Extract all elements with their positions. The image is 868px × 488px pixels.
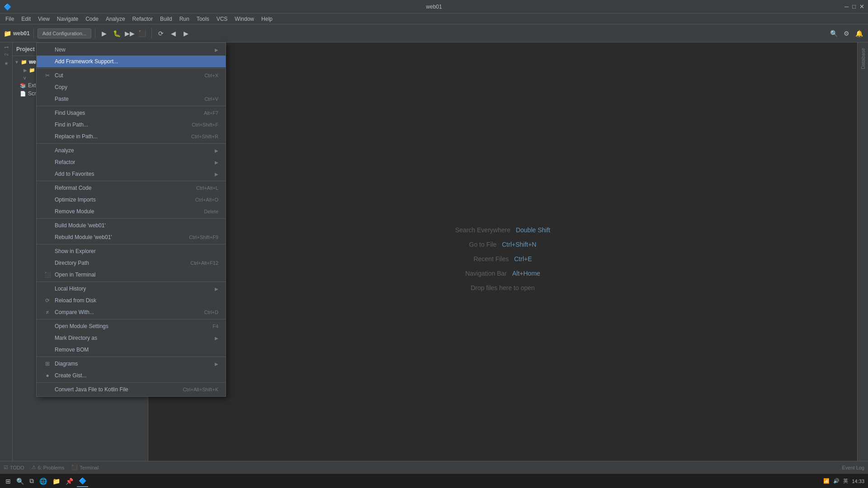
- cm-diagrams[interactable]: ⊞ Diagrams ▶: [37, 358, 226, 370]
- terminal-btn[interactable]: ⬛ Terminal: [71, 465, 99, 470]
- start-btn[interactable]: ⊞: [4, 476, 13, 487]
- menu-refactor[interactable]: Refactor: [129, 15, 156, 23]
- search-everywhere-icon[interactable]: 🔍: [828, 28, 839, 39]
- back-btn[interactable]: ◀: [168, 28, 179, 39]
- editor-hint-recent: Recent Files Ctrl+E: [473, 255, 532, 263]
- task-view-btn[interactable]: ⧉: [28, 475, 36, 487]
- cm-add-to-favorites[interactable]: Add to Favorites ▶: [37, 168, 226, 180]
- cm-analyze[interactable]: Analyze ▶: [37, 145, 226, 156]
- edge-btn[interactable]: 🌐: [38, 476, 49, 487]
- cm-reformat-shortcut: Ctrl+Alt+L: [196, 185, 218, 191]
- problems-btn[interactable]: ⚠ 6: Problems: [32, 465, 65, 470]
- cm-reformat-label: Reformat Code: [55, 185, 91, 191]
- cm-add-framework[interactable]: Add Framework Support...: [37, 56, 226, 67]
- maximize-btn[interactable]: □: [852, 3, 856, 10]
- update-btn[interactable]: ⟳: [156, 28, 166, 39]
- tree-item-arrow: ▶: [24, 68, 27, 73]
- favorites-panel-toggle[interactable]: ★: [1, 58, 11, 68]
- cm-remove-module-shortcut: Delete: [204, 209, 218, 214]
- cm-replace-in-path-icon: [44, 133, 51, 140]
- todo-btn[interactable]: ☑ TODO: [4, 465, 24, 470]
- close-btn[interactable]: ✕: [859, 3, 864, 10]
- cm-find-in-path-icon: [44, 121, 51, 128]
- cm-reload-label: Reload from Disk: [55, 297, 96, 304]
- cm-replace-in-path[interactable]: Replace in Path... Ctrl+Shift+R: [37, 131, 226, 142]
- cm-new-arrow: ▶: [215, 47, 218, 52]
- database-panel-toggle[interactable]: Database: [859, 44, 868, 73]
- cm-reformat-icon: [44, 184, 51, 192]
- cm-convert-label: Convert Java File to Kotlin File: [55, 386, 128, 393]
- context-menu: New ▶ Add Framework Support... ✂ Cut Ctr…: [36, 42, 226, 397]
- cm-create-gist-label: Create Gist...: [55, 372, 87, 379]
- menu-run[interactable]: Run: [176, 15, 193, 23]
- cm-convert-icon: [44, 386, 51, 393]
- cm-optimize-imports[interactable]: Optimize Imports Ctrl+Alt+O: [37, 194, 226, 206]
- cm-sep-6: [37, 244, 226, 244]
- editor-hint-navbar: Navigation Bar Alt+Home: [465, 270, 540, 277]
- structure-panel-toggle[interactable]: 2: [1, 52, 11, 58]
- cm-terminal-icon: ⬛: [44, 271, 51, 278]
- menu-build[interactable]: Build: [156, 15, 176, 23]
- cm-show-in-explorer[interactable]: Show in Explorer: [37, 245, 226, 257]
- cm-rebuild-module[interactable]: Rebuild Module 'web01' Ctrl+Shift+F9: [37, 231, 226, 243]
- forward-btn[interactable]: ▶: [181, 28, 192, 39]
- add-config-btn[interactable]: Add Configuration...: [38, 28, 91, 38]
- project-panel-toggle[interactable]: 1: [1, 44, 11, 51]
- explorer-btn[interactable]: 📁: [51, 476, 62, 487]
- cm-remove-bom[interactable]: Remove BOM: [37, 344, 226, 356]
- cm-convert-java[interactable]: Convert Java File to Kotlin File Ctrl+Al…: [37, 384, 226, 395]
- menubar: File Edit View Navigate Code Analyze Ref…: [0, 14, 868, 24]
- run-btn[interactable]: ▶: [99, 28, 110, 39]
- menu-analyze[interactable]: Analyze: [102, 15, 129, 23]
- menu-tools[interactable]: Tools: [193, 15, 213, 23]
- menu-navigate[interactable]: Navigate: [53, 15, 82, 23]
- cm-sep-2: [37, 106, 226, 106]
- cm-create-gist[interactable]: ● Create Gist...: [37, 370, 226, 381]
- cm-new-icon: [44, 46, 51, 53]
- menu-window[interactable]: Window: [231, 15, 258, 23]
- cm-local-history[interactable]: Local History ▶: [37, 283, 226, 295]
- left-side-panel: 1 2 ★: [0, 42, 13, 475]
- problems-icon: ⚠: [32, 465, 36, 470]
- cm-directory-path[interactable]: Directory Path Ctrl+Alt+F12: [37, 257, 226, 269]
- cm-find-usages[interactable]: Find Usages Alt+F7: [37, 107, 226, 119]
- cm-optimize-label: Optimize Imports: [55, 197, 96, 203]
- cm-copy[interactable]: Copy: [37, 81, 226, 93]
- minimize-btn[interactable]: ─: [844, 3, 849, 10]
- cm-mark-directory[interactable]: Mark Directory as ▶: [37, 332, 226, 344]
- stop-btn[interactable]: ⬛: [137, 28, 148, 39]
- cm-build-module[interactable]: Build Module 'web01': [37, 220, 226, 231]
- cm-mark-dir-arrow: ▶: [215, 336, 218, 341]
- cm-reload-from-disk[interactable]: ⟳ Reload from Disk: [37, 295, 226, 306]
- cm-open-module-settings[interactable]: Open Module Settings F4: [37, 320, 226, 332]
- menu-help[interactable]: Help: [258, 15, 276, 23]
- lang-indicator: 英: [843, 478, 848, 484]
- cm-reload-icon: ⟳: [44, 297, 51, 304]
- menu-vcs[interactable]: VCS: [213, 15, 231, 23]
- cm-compare-with[interactable]: ≠ Compare With... Ctrl+D: [37, 306, 226, 318]
- cm-replace-in-path-label: Replace in Path...: [55, 133, 98, 140]
- intellij-btn[interactable]: 🔷: [77, 475, 88, 487]
- cm-refactor-arrow: ▶: [215, 160, 218, 165]
- menu-view[interactable]: View: [34, 15, 53, 23]
- cm-open-in-terminal[interactable]: ⬛ Open in Terminal: [37, 269, 226, 281]
- menu-edit[interactable]: Edit: [18, 15, 34, 23]
- event-log-btn[interactable]: Event Log: [842, 465, 864, 470]
- run-with-coverage-btn[interactable]: ▶▶: [124, 28, 135, 39]
- menu-code[interactable]: Code: [82, 15, 102, 23]
- notifications-icon[interactable]: 🔔: [854, 28, 864, 39]
- cm-refactor[interactable]: Refactor ▶: [37, 156, 226, 168]
- cm-cut[interactable]: ✂ Cut Ctrl+X: [37, 70, 226, 81]
- menu-file[interactable]: File: [2, 15, 18, 23]
- cm-find-in-path[interactable]: Find in Path... Ctrl+Shift+F: [37, 119, 226, 131]
- app-icon-3[interactable]: 📌: [64, 476, 75, 487]
- cm-paste[interactable]: Paste Ctrl+V: [37, 93, 226, 105]
- settings-icon[interactable]: ⚙: [841, 28, 852, 39]
- cm-find-in-path-label: Find in Path...: [55, 122, 88, 128]
- debug-btn[interactable]: 🐛: [112, 28, 123, 39]
- search-btn[interactable]: 🔍: [14, 476, 26, 487]
- cm-new[interactable]: New ▶: [37, 44, 226, 56]
- cm-reformat-code[interactable]: Reformat Code Ctrl+Alt+L: [37, 182, 226, 194]
- title-text: web01: [426, 4, 442, 10]
- cm-remove-module[interactable]: Remove Module Delete: [37, 206, 226, 217]
